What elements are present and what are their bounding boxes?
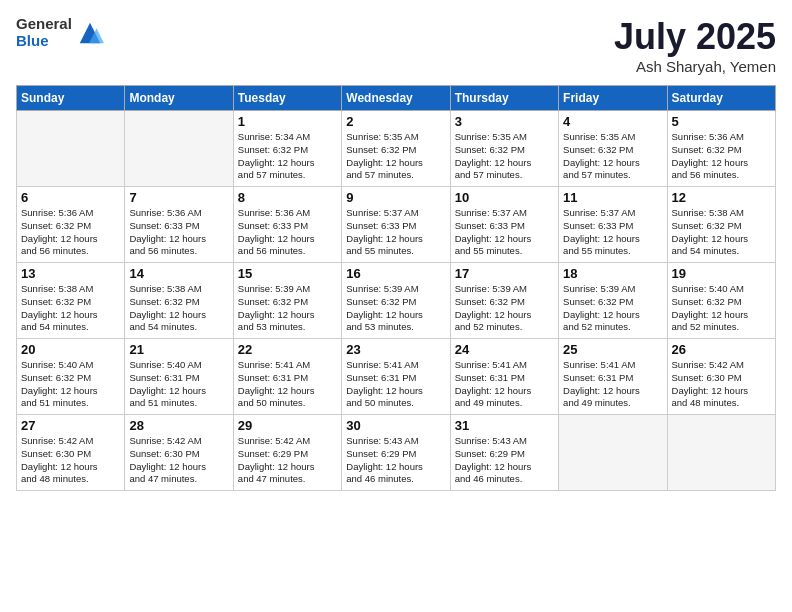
calendar-day-header: Friday [559,86,667,111]
calendar-day-header: Saturday [667,86,775,111]
day-number: 14 [129,266,228,281]
day-info: Sunrise: 5:40 AMSunset: 6:32 PMDaylight:… [21,359,120,410]
location: Ash Sharyah, Yemen [614,58,776,75]
day-number: 28 [129,418,228,433]
day-number: 11 [563,190,662,205]
calendar-week-row: 20Sunrise: 5:40 AMSunset: 6:32 PMDayligh… [17,339,776,415]
calendar-cell: 7Sunrise: 5:36 AMSunset: 6:33 PMDaylight… [125,187,233,263]
calendar-cell [17,111,125,187]
calendar-cell: 12Sunrise: 5:38 AMSunset: 6:32 PMDayligh… [667,187,775,263]
day-number: 16 [346,266,445,281]
calendar-cell: 28Sunrise: 5:42 AMSunset: 6:30 PMDayligh… [125,415,233,491]
calendar-cell: 11Sunrise: 5:37 AMSunset: 6:33 PMDayligh… [559,187,667,263]
day-number: 8 [238,190,337,205]
day-info: Sunrise: 5:41 AMSunset: 6:31 PMDaylight:… [346,359,445,410]
calendar-cell: 17Sunrise: 5:39 AMSunset: 6:32 PMDayligh… [450,263,558,339]
calendar-cell: 30Sunrise: 5:43 AMSunset: 6:29 PMDayligh… [342,415,450,491]
calendar-cell: 27Sunrise: 5:42 AMSunset: 6:30 PMDayligh… [17,415,125,491]
calendar-cell: 4Sunrise: 5:35 AMSunset: 6:32 PMDaylight… [559,111,667,187]
day-number: 4 [563,114,662,129]
day-info: Sunrise: 5:43 AMSunset: 6:29 PMDaylight:… [455,435,554,486]
day-number: 3 [455,114,554,129]
calendar-header-row: SundayMondayTuesdayWednesdayThursdayFrid… [17,86,776,111]
day-info: Sunrise: 5:42 AMSunset: 6:30 PMDaylight:… [672,359,771,410]
day-info: Sunrise: 5:41 AMSunset: 6:31 PMDaylight:… [238,359,337,410]
day-number: 30 [346,418,445,433]
day-info: Sunrise: 5:39 AMSunset: 6:32 PMDaylight:… [563,283,662,334]
calendar-week-row: 1Sunrise: 5:34 AMSunset: 6:32 PMDaylight… [17,111,776,187]
day-number: 20 [21,342,120,357]
day-info: Sunrise: 5:38 AMSunset: 6:32 PMDaylight:… [129,283,228,334]
day-number: 5 [672,114,771,129]
calendar-cell: 21Sunrise: 5:40 AMSunset: 6:31 PMDayligh… [125,339,233,415]
calendar-cell: 3Sunrise: 5:35 AMSunset: 6:32 PMDaylight… [450,111,558,187]
calendar-cell: 23Sunrise: 5:41 AMSunset: 6:31 PMDayligh… [342,339,450,415]
calendar-cell: 5Sunrise: 5:36 AMSunset: 6:32 PMDaylight… [667,111,775,187]
calendar-cell [667,415,775,491]
day-number: 15 [238,266,337,281]
calendar-cell: 20Sunrise: 5:40 AMSunset: 6:32 PMDayligh… [17,339,125,415]
logo-text: General Blue [16,16,72,49]
calendar-cell: 29Sunrise: 5:42 AMSunset: 6:29 PMDayligh… [233,415,341,491]
day-number: 21 [129,342,228,357]
calendar-day-header: Sunday [17,86,125,111]
day-number: 19 [672,266,771,281]
calendar-cell: 31Sunrise: 5:43 AMSunset: 6:29 PMDayligh… [450,415,558,491]
day-info: Sunrise: 5:38 AMSunset: 6:32 PMDaylight:… [21,283,120,334]
day-number: 29 [238,418,337,433]
day-info: Sunrise: 5:37 AMSunset: 6:33 PMDaylight:… [455,207,554,258]
day-number: 6 [21,190,120,205]
calendar-week-row: 27Sunrise: 5:42 AMSunset: 6:30 PMDayligh… [17,415,776,491]
calendar-cell: 1Sunrise: 5:34 AMSunset: 6:32 PMDaylight… [233,111,341,187]
day-number: 9 [346,190,445,205]
calendar-cell: 14Sunrise: 5:38 AMSunset: 6:32 PMDayligh… [125,263,233,339]
calendar-cell: 8Sunrise: 5:36 AMSunset: 6:33 PMDaylight… [233,187,341,263]
calendar-day-header: Tuesday [233,86,341,111]
day-number: 2 [346,114,445,129]
calendar-cell: 15Sunrise: 5:39 AMSunset: 6:32 PMDayligh… [233,263,341,339]
calendar-cell: 25Sunrise: 5:41 AMSunset: 6:31 PMDayligh… [559,339,667,415]
day-info: Sunrise: 5:42 AMSunset: 6:30 PMDaylight:… [21,435,120,486]
day-info: Sunrise: 5:39 AMSunset: 6:32 PMDaylight:… [455,283,554,334]
day-info: Sunrise: 5:43 AMSunset: 6:29 PMDaylight:… [346,435,445,486]
calendar-cell: 24Sunrise: 5:41 AMSunset: 6:31 PMDayligh… [450,339,558,415]
logo-blue: Blue [16,33,72,50]
day-number: 24 [455,342,554,357]
day-info: Sunrise: 5:35 AMSunset: 6:32 PMDaylight:… [346,131,445,182]
day-number: 13 [21,266,120,281]
day-info: Sunrise: 5:36 AMSunset: 6:32 PMDaylight:… [21,207,120,258]
day-info: Sunrise: 5:36 AMSunset: 6:33 PMDaylight:… [129,207,228,258]
calendar-day-header: Monday [125,86,233,111]
day-number: 26 [672,342,771,357]
month-title: July 2025 [614,16,776,58]
day-info: Sunrise: 5:34 AMSunset: 6:32 PMDaylight:… [238,131,337,182]
day-number: 17 [455,266,554,281]
day-info: Sunrise: 5:41 AMSunset: 6:31 PMDaylight:… [455,359,554,410]
calendar-cell: 26Sunrise: 5:42 AMSunset: 6:30 PMDayligh… [667,339,775,415]
calendar-day-header: Thursday [450,86,558,111]
calendar-cell: 16Sunrise: 5:39 AMSunset: 6:32 PMDayligh… [342,263,450,339]
calendar-week-row: 6Sunrise: 5:36 AMSunset: 6:32 PMDaylight… [17,187,776,263]
day-number: 25 [563,342,662,357]
logo-icon [76,19,104,47]
day-number: 7 [129,190,228,205]
calendar-cell: 18Sunrise: 5:39 AMSunset: 6:32 PMDayligh… [559,263,667,339]
calendar-cell [559,415,667,491]
day-info: Sunrise: 5:35 AMSunset: 6:32 PMDaylight:… [455,131,554,182]
day-info: Sunrise: 5:40 AMSunset: 6:32 PMDaylight:… [672,283,771,334]
day-info: Sunrise: 5:39 AMSunset: 6:32 PMDaylight:… [346,283,445,334]
day-info: Sunrise: 5:41 AMSunset: 6:31 PMDaylight:… [563,359,662,410]
day-info: Sunrise: 5:38 AMSunset: 6:32 PMDaylight:… [672,207,771,258]
header: General Blue July 2025 Ash Sharyah, Yeme… [16,16,776,75]
logo-general: General [16,16,72,33]
title-block: July 2025 Ash Sharyah, Yemen [614,16,776,75]
day-info: Sunrise: 5:39 AMSunset: 6:32 PMDaylight:… [238,283,337,334]
day-info: Sunrise: 5:36 AMSunset: 6:32 PMDaylight:… [672,131,771,182]
day-number: 22 [238,342,337,357]
calendar-cell: 9Sunrise: 5:37 AMSunset: 6:33 PMDaylight… [342,187,450,263]
day-number: 27 [21,418,120,433]
calendar-cell: 6Sunrise: 5:36 AMSunset: 6:32 PMDaylight… [17,187,125,263]
calendar-cell: 13Sunrise: 5:38 AMSunset: 6:32 PMDayligh… [17,263,125,339]
day-number: 12 [672,190,771,205]
day-info: Sunrise: 5:35 AMSunset: 6:32 PMDaylight:… [563,131,662,182]
